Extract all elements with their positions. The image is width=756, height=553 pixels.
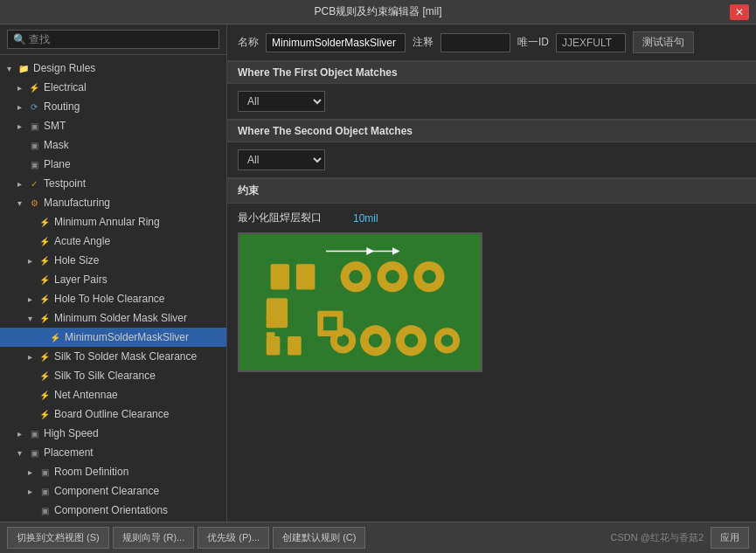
- tree-item-hole-hole[interactable]: ⚡ Hole To Hole Clearance: [0, 289, 226, 308]
- tree-item-manufacturing[interactable]: ⚙ Manufacturing: [0, 193, 226, 212]
- pcb-illustration: [238, 232, 482, 372]
- silk-solder-icon: ⚡: [38, 350, 51, 363]
- search-bar: [0, 24, 226, 55]
- label-layer-pairs: Layer Pairs: [54, 273, 108, 286]
- priority-button[interactable]: 优先级 (P)...: [198, 527, 269, 549]
- svg-point-15: [337, 335, 350, 347]
- tree-item-routing[interactable]: ⟳ Routing: [0, 97, 226, 116]
- label-silk-solder: Silk To Solder Mask Clearance: [54, 350, 197, 363]
- tree-item-mask[interactable]: ▣ Mask: [0, 135, 226, 155]
- svg-rect-12: [267, 336, 281, 355]
- label-silk-silk: Silk To Silk Clearance: [54, 370, 156, 382]
- arrow-electrical: [17, 83, 28, 93]
- constraint-row: 最小化阻焊层裂口 10mil: [238, 211, 746, 225]
- tree-item-comp-orient[interactable]: ▣ Component Orientations: [0, 501, 226, 520]
- tree-item-room-def[interactable]: ▣ Room Definition: [0, 462, 226, 481]
- tree-item-min-solder[interactable]: ⚡ Minimum Solder Mask Sliver: [0, 308, 226, 328]
- apply-button[interactable]: 应用: [711, 527, 749, 549]
- bottom-buttons-left: 切换到文档视图 (S) 规则向导 (R)... 优先级 (P)... 创建默认规…: [7, 527, 365, 549]
- test-button[interactable]: 测试语句: [633, 31, 694, 53]
- label-hole-hole: Hole To Hole Clearance: [54, 293, 165, 305]
- label-smt: SMT: [44, 120, 66, 132]
- label-design-rules: Design Rules: [33, 62, 95, 74]
- label-comp-clear: Component Clearance: [54, 485, 159, 497]
- min-solder-icon: ⚡: [38, 312, 51, 324]
- mask-icon: ▣: [28, 139, 40, 151]
- arrow-design-rules: [7, 64, 17, 73]
- switch-view-button[interactable]: 切换到文档视图 (S): [7, 527, 109, 549]
- tree-container: 📁 Design Rules ⚡ Electrical ⟳ Routing: [0, 55, 226, 522]
- label-mask: Mask: [44, 139, 69, 151]
- room-def-icon: ▣: [38, 466, 51, 478]
- arrow-min-solder: [28, 314, 38, 323]
- high-speed-icon: ▣: [28, 427, 40, 439]
- placement-icon: ▣: [28, 446, 40, 459]
- arrow-silk-solder: [28, 352, 38, 362]
- comp-orient-icon: ▣: [38, 504, 51, 516]
- name-input[interactable]: [266, 33, 406, 52]
- testpoint-icon: ✓: [28, 177, 40, 190]
- svg-point-7: [349, 270, 363, 284]
- tree-item-net-antennae[interactable]: ⚡ Net Antennae: [0, 385, 226, 404]
- silk-silk-icon: ⚡: [38, 370, 51, 382]
- second-match-select[interactable]: All Net Net Class Layer: [238, 149, 325, 170]
- form-area: 名称 注释 唯一ID 测试语句: [227, 24, 756, 61]
- svg-rect-5: [267, 298, 288, 328]
- tree-item-board-outline[interactable]: ⚡ Board Outline Clearance: [0, 404, 226, 424]
- tree-item-smt[interactable]: ▣ SMT: [0, 116, 226, 135]
- constraint-area: 最小化阻焊层裂口 10mil: [227, 204, 756, 522]
- first-match-select[interactable]: All Net Net Class Layer: [238, 91, 325, 112]
- arrow-hole-hole: [28, 294, 38, 304]
- tree-item-plane[interactable]: ▣ Plane: [0, 155, 226, 174]
- min-solder-leaf-icon: ⚡: [49, 331, 61, 343]
- arrow-hole-size: [28, 256, 38, 266]
- tree-item-permitted[interactable]: ▣ Permitted Layers: [0, 520, 226, 522]
- first-match-header: Where The First Object Matches: [227, 61, 756, 84]
- manufacturing-icon: ⚙: [28, 197, 40, 209]
- uid-input[interactable]: [556, 33, 626, 52]
- acute-icon: ⚡: [38, 235, 51, 247]
- tree-item-high-speed[interactable]: ▣ High Speed: [0, 424, 226, 443]
- tree-item-acute[interactable]: ⚡ Acute Angle: [0, 232, 226, 251]
- comment-label: 注释: [413, 35, 433, 50]
- pcb-svg: [239, 234, 481, 370]
- arrow-comp-clear: [28, 487, 38, 496]
- tree-item-layer-pairs[interactable]: ⚡ Layer Pairs: [0, 270, 226, 289]
- plane-icon: ▣: [28, 158, 40, 170]
- watermark: CSDN @红花与香菇2: [610, 531, 704, 544]
- label-hole-size: Hole Size: [54, 254, 99, 266]
- tree-item-electrical[interactable]: ⚡ Electrical: [0, 78, 226, 97]
- tree-item-comp-clear[interactable]: ▣ Component Clearance: [0, 481, 226, 501]
- arrow-high-speed: [17, 429, 28, 439]
- comment-input[interactable]: [440, 33, 510, 52]
- svg-point-11: [422, 270, 436, 284]
- label-electrical: Electrical: [44, 81, 87, 93]
- tree-item-min-solder-leaf[interactable]: ⚡ MinimumSolderMaskSliver: [0, 328, 226, 347]
- tree-item-silk-silk[interactable]: ⚡ Silk To Silk Clearance: [0, 366, 226, 385]
- label-comp-orient: Component Orientations: [54, 504, 168, 516]
- tree-item-placement[interactable]: ▣ Placement: [0, 443, 226, 462]
- label-min-solder: Minimum Solder Mask Sliver: [54, 312, 187, 324]
- label-annular: Minimum Annular Ring: [54, 216, 160, 228]
- search-input[interactable]: [7, 30, 219, 49]
- tree-item-hole-size[interactable]: ⚡ Hole Size: [0, 251, 226, 270]
- titlebar: PCB规则及约束编辑器 [mil] ✕: [0, 0, 756, 24]
- rule-wizard-button[interactable]: 规则向导 (R)...: [113, 527, 195, 549]
- label-routing: Routing: [44, 100, 80, 113]
- tree-item-silk-solder[interactable]: ⚡ Silk To Solder Mask Clearance: [0, 347, 226, 366]
- create-default-button[interactable]: 创建默认规则 (C): [273, 527, 365, 549]
- svg-point-9: [385, 270, 399, 284]
- second-match-header: Where The Second Object Matches: [227, 120, 756, 142]
- layer-pairs-icon: ⚡: [38, 273, 51, 286]
- right-panel: 名称 注释 唯一ID 测试语句 Where The First Object M…: [227, 24, 756, 522]
- svg-rect-13: [288, 336, 302, 355]
- tree-item-testpoint[interactable]: ✓ Testpoint: [0, 174, 226, 193]
- label-high-speed: High Speed: [44, 427, 99, 439]
- svg-point-17: [369, 334, 383, 348]
- label-manufacturing: Manufacturing: [44, 197, 110, 209]
- tree-item-annular[interactable]: ⚡ Minimum Annular Ring: [0, 212, 226, 232]
- close-button[interactable]: ✕: [730, 4, 749, 20]
- tree-item-design-rules[interactable]: 📁 Design Rules: [0, 59, 226, 78]
- comp-clear-icon: ▣: [38, 485, 51, 497]
- label-acute: Acute Angle: [54, 235, 110, 247]
